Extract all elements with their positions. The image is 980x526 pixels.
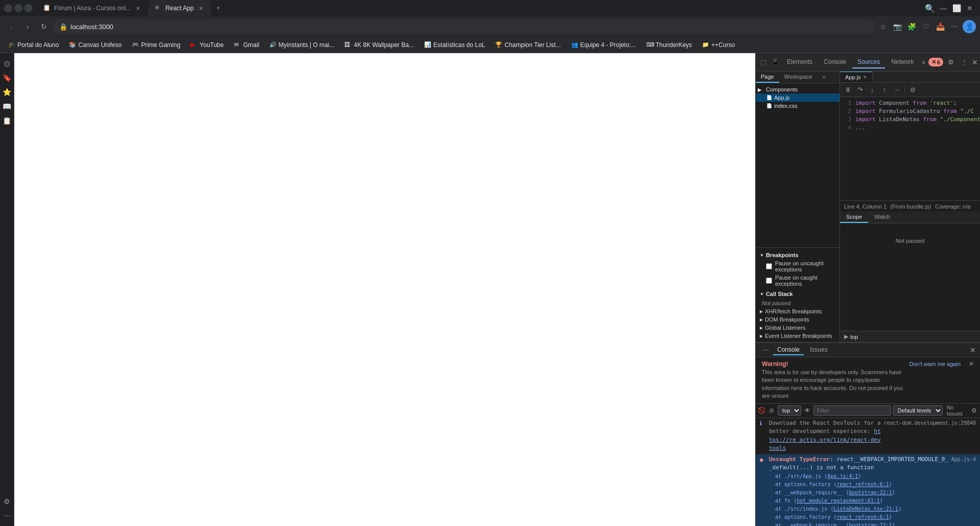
- console-settings-icon[interactable]: ⚙: [970, 405, 978, 416]
- new-tab-button[interactable]: +: [211, 1, 225, 15]
- bookmark-portal[interactable]: 🎓 Portal do Aluno: [4, 39, 63, 51]
- pause-resume-button[interactable]: ⏸: [842, 84, 853, 96]
- devtools-settings-icon[interactable]: ⚙: [945, 57, 956, 68]
- bookmark-prime[interactable]: 🎮 Prime Gaming: [128, 39, 184, 51]
- bookmark-curso[interactable]: 📁 ++Curso: [698, 39, 739, 51]
- step-into-button[interactable]: ↓: [867, 84, 878, 96]
- console-tab-issues[interactable]: Issues: [806, 345, 832, 355]
- forward-button[interactable]: ›: [20, 19, 35, 34]
- bookmark-gmail[interactable]: ✉ Gmail: [230, 39, 263, 51]
- link-indexjs[interactable]: ListaDeNotas.tsx:21:1: [833, 506, 898, 512]
- sidebar-icon-dots[interactable]: ⋯: [1, 510, 13, 522]
- restore-win-icon[interactable]: ⬜: [950, 2, 963, 14]
- link-appjs[interactable]: App.js:4:1: [827, 473, 858, 479]
- sources-tab-page[interactable]: Page: [756, 72, 779, 83]
- file-appjs[interactable]: 📄 App.js: [756, 94, 839, 102]
- sidebar-icon-3[interactable]: ⭐: [1, 86, 13, 98]
- tab-elements[interactable]: Elements: [782, 56, 818, 68]
- favorites-icon[interactable]: ♡: [920, 20, 932, 33]
- close-win-icon[interactable]: ✕: [964, 2, 976, 14]
- eye-icon[interactable]: 👁: [803, 405, 811, 416]
- bookmark-equipe[interactable]: 👥 Equipe 4 - Projeto:...: [567, 39, 640, 51]
- scope-tab-watch[interactable]: Watch: [868, 212, 896, 223]
- sources-statusbar: Line 4, Column 1 (From bundle.js) Covera…: [840, 200, 980, 212]
- console-filter-input[interactable]: [813, 405, 891, 416]
- callstack-header[interactable]: ▼ Call Stack: [756, 289, 839, 299]
- restore-button[interactable]: □: [14, 4, 22, 12]
- file-tab-appjs-close[interactable]: ✕: [863, 75, 867, 80]
- collections-icon[interactable]: 📥: [934, 20, 946, 33]
- tab1-close[interactable]: ✕: [134, 4, 142, 12]
- link-bootstrap1[interactable]: bootstrap:22:1: [849, 490, 892, 495]
- devtools-more-tabs[interactable]: »: [920, 57, 927, 68]
- global-listeners-section[interactable]: ▶ Global Listeners: [756, 324, 839, 332]
- dom-breakpoints-section[interactable]: ▶ DOM Breakpoints: [756, 315, 839, 324]
- bookmark-lol[interactable]: 📊 Estatísticas do LoL: [420, 39, 489, 51]
- console-toolbar-icon[interactable]: ⋯: [760, 345, 771, 356]
- step-out-button[interactable]: ↑: [879, 84, 890, 96]
- file-indexcss[interactable]: 📄 index.css: [756, 102, 839, 110]
- browser-tab-2[interactable]: ⚛ React App ✕: [148, 0, 211, 16]
- react-devtools-link[interactable]: https://re actis.org/link/react-devtools: [769, 428, 881, 451]
- file-tab-appjs[interactable]: App.js ✕: [840, 72, 873, 82]
- scope-tab-scope[interactable]: Scope: [840, 212, 868, 223]
- bookmark-wallpaper[interactable]: 🖼 4K 8K Wallpaper Ba...: [340, 39, 418, 51]
- user-avatar[interactable]: 👤: [963, 20, 976, 33]
- sidebar-icon-2[interactable]: 🔖: [1, 72, 13, 84]
- error-count-badge[interactable]: ✕ 6: [928, 58, 943, 66]
- browser-tab-1[interactable]: 📋 Fórum | Alura - Cursos onl... ✕: [37, 0, 148, 16]
- bp-uncaught-checkbox[interactable]: [766, 263, 772, 269]
- sidebar-icon-bottom[interactable]: ⚙: [1, 495, 13, 508]
- devtools-close-button[interactable]: ✕: [972, 58, 978, 66]
- bookmark-champion[interactable]: 🏆 Champion Tier List...: [491, 39, 565, 51]
- frame-selector[interactable]: top: [778, 405, 801, 416]
- eager-eval-button[interactable]: ⊘: [768, 405, 776, 416]
- maximize-button[interactable]: ×: [25, 4, 33, 12]
- bp-caught-checkbox[interactable]: [766, 278, 772, 284]
- devtools-inspect-icon[interactable]: ⬚: [758, 57, 769, 68]
- link-bootstrap2[interactable]: bootstrap:22:1: [849, 522, 892, 526]
- link-react-refresh1[interactable]: react_refresh:6:1: [836, 482, 889, 487]
- devtools-more-icon[interactable]: ⋮: [959, 57, 970, 68]
- dont-warn-link[interactable]: Don't warn me again: [909, 361, 961, 367]
- sidebar-icon-1[interactable]: ⊙: [1, 57, 13, 70]
- bookmark-youtube[interactable]: ▶ YouTube: [186, 39, 228, 51]
- extensions-icon[interactable]: 🧩: [905, 20, 918, 33]
- deactivate-breakpoints-button[interactable]: ⊘: [907, 84, 918, 96]
- sidebar-icon-5[interactable]: 📋: [1, 115, 13, 127]
- sources-tab-workspace[interactable]: Workspace: [779, 72, 818, 83]
- equipe-icon: 👥: [571, 41, 578, 49]
- bookmarks-icon[interactable]: ☆: [877, 20, 889, 33]
- folder-components[interactable]: ▶ Components: [756, 85, 839, 94]
- clear-console-button[interactable]: 🚫: [758, 405, 766, 416]
- reload-button[interactable]: ↻: [37, 19, 51, 34]
- tab-sources[interactable]: Sources: [852, 56, 885, 68]
- log-level-selector[interactable]: Default levels: [893, 405, 943, 416]
- minimize-button[interactable]: −: [4, 4, 12, 12]
- screenshot-icon[interactable]: 📷: [891, 20, 903, 33]
- tab2-close[interactable]: ✕: [197, 4, 205, 12]
- devtools-device-icon[interactable]: 📱: [770, 57, 781, 68]
- bookmark-canvas[interactable]: 📚 Canvas Unifeso: [65, 39, 126, 51]
- tab-network[interactable]: Network: [886, 56, 919, 68]
- back-button[interactable]: ‹: [4, 19, 18, 34]
- bookmark-thunderkeys[interactable]: ⌨ ThunderKeys: [642, 39, 696, 51]
- console-tab-console[interactable]: Console: [773, 345, 804, 355]
- bookmark-myinstants[interactable]: 🔊 Myinstants | O mai...: [265, 39, 338, 51]
- link-hmr[interactable]: hot_module_replacement:61:1: [797, 498, 880, 504]
- console-close-button[interactable]: ✕: [970, 346, 976, 354]
- tab-console[interactable]: Console: [819, 56, 851, 68]
- xhr-section[interactable]: ▶ XHR/fetch Breakpoints: [756, 307, 839, 315]
- more-icon[interactable]: ⋯: [948, 20, 961, 33]
- step-over-button[interactable]: ↷: [854, 84, 866, 96]
- minimize-win-icon[interactable]: —: [937, 2, 949, 14]
- search-icon[interactable]: 🔍: [924, 2, 936, 14]
- link-react-refresh2[interactable]: react_refresh:6:1: [836, 514, 889, 520]
- sources-tab-more[interactable]: »: [818, 72, 831, 83]
- step-button[interactable]: →: [891, 84, 902, 96]
- breakpoints-header[interactable]: ▼ Breakpoints: [760, 251, 835, 259]
- warning-close-button[interactable]: ✕: [969, 360, 974, 368]
- sidebar-icon-4[interactable]: 📖: [1, 100, 13, 112]
- event-listeners-section[interactable]: ▶ Event Listener Breakpoints: [756, 332, 839, 340]
- address-bar[interactable]: 🔒 localhost:3000: [53, 19, 875, 34]
